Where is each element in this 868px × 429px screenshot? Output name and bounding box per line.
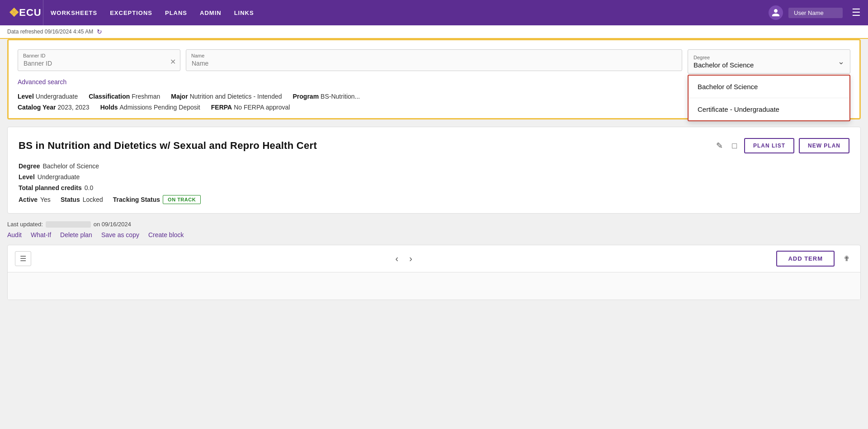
ferpa-row: FERPA No FERPA approval bbox=[211, 104, 290, 111]
tracking-status-badge: ON TRACK bbox=[163, 195, 201, 204]
plan-credits-value: 0.0 bbox=[85, 184, 93, 191]
classification-value: Freshman bbox=[132, 93, 160, 100]
plan-degree-row: Degree Bachelor of Science bbox=[19, 162, 849, 170]
major-row: Major Nutrition and Dietetics - Intended bbox=[171, 93, 282, 100]
table-hamburger-button[interactable]: ☰ bbox=[15, 251, 31, 266]
holds-value: Admissions Pending Deposit bbox=[120, 104, 200, 111]
last-updated-name bbox=[46, 221, 91, 228]
save-as-copy-link[interactable]: Save as copy bbox=[101, 231, 139, 238]
nav-bar: ❖ ECU WORKSHEETS EXCEPTIONS PLANS ADMIN … bbox=[0, 0, 868, 25]
plan-active-value: Yes bbox=[40, 196, 51, 203]
expand-table-button[interactable]: ✟ bbox=[840, 253, 853, 265]
plan-title: BS in Nutrition and Dietetics w/ Sexual … bbox=[19, 140, 709, 152]
bottom-section: Last updated: on 09/16/2024 Audit What-I… bbox=[7, 221, 861, 300]
catalog-year-value: 2023, 2023 bbox=[58, 104, 90, 111]
nav-item-exceptions[interactable]: EXCEPTIONS bbox=[110, 8, 152, 18]
last-updated: Last updated: on 09/16/2024 bbox=[7, 221, 861, 228]
plan-card: BS in Nutrition and Dietetics w/ Sexual … bbox=[7, 127, 861, 214]
catalog-year-label: Catalog Year bbox=[18, 104, 56, 111]
table-next-button[interactable]: › bbox=[405, 252, 417, 266]
major-label: Major bbox=[171, 93, 188, 100]
catalog-year-row: Catalog Year 2023, 2023 bbox=[18, 104, 90, 111]
hamburger-menu-icon[interactable]: ☰ bbox=[852, 7, 861, 19]
table-nav-btns: ‹ › bbox=[37, 252, 771, 266]
program-label: Program bbox=[293, 93, 319, 100]
plan-degree-label: Degree bbox=[19, 162, 40, 170]
plan-credits-label: Total planned credits bbox=[19, 184, 82, 191]
data-refresh-bar: Data refreshed 09/16/2024 4:45 AM ↻ bbox=[0, 25, 868, 39]
degree-select-value: Bachelor of Science bbox=[693, 61, 832, 69]
nav-items: WORKSHEETS EXCEPTIONS PLANS ADMIN LINKS bbox=[51, 8, 769, 18]
edit-plan-icon[interactable]: ✎ bbox=[714, 139, 725, 153]
level-label: Level bbox=[18, 93, 34, 100]
plan-details: Degree Bachelor of Science Level Undergr… bbox=[19, 162, 849, 204]
banner-id-input[interactable] bbox=[18, 49, 180, 71]
refresh-icon[interactable]: ↻ bbox=[97, 28, 102, 35]
data-refresh-text: Data refreshed 09/16/2024 4:45 AM bbox=[7, 29, 93, 35]
ferpa-value: No FERPA approval bbox=[234, 104, 290, 111]
plan-status-label: Status bbox=[61, 196, 80, 203]
major-value: Nutrition and Dietetics - Intended bbox=[190, 93, 282, 100]
plan-level-value: Undergraduate bbox=[38, 173, 80, 181]
last-updated-date: on 09/16/2024 bbox=[94, 221, 131, 228]
program-row: Program BS-Nutrition... bbox=[293, 93, 360, 100]
plan-level-label: Level bbox=[19, 173, 35, 181]
banner-id-group: Banner ID ✕ bbox=[18, 49, 180, 74]
plan-active-label: Active bbox=[19, 196, 38, 203]
nav-item-plans[interactable]: PLANS bbox=[165, 8, 187, 18]
holds-row: Holds Admissions Pending Deposit bbox=[100, 104, 200, 111]
user-avatar[interactable] bbox=[769, 5, 783, 20]
holds-label: Holds bbox=[100, 104, 118, 111]
advanced-search-link[interactable]: Advanced search bbox=[18, 78, 66, 86]
plan-action-btns: PLAN LIST NEW PLAN bbox=[744, 138, 849, 153]
plan-header: BS in Nutrition and Dietetics w/ Sexual … bbox=[19, 138, 849, 153]
plan-status-row: Active Yes Status Locked Tracking Status… bbox=[19, 195, 849, 204]
clear-banner-id-button[interactable]: ✕ bbox=[170, 57, 176, 66]
degree-dropdown-menu: Bachelor of Science Certificate - Underg… bbox=[688, 75, 850, 121]
bottom-links: Audit What-If Delete plan Save as copy C… bbox=[7, 231, 861, 238]
ferpa-label: FERPA bbox=[211, 104, 232, 111]
delete-plan-link[interactable]: Delete plan bbox=[60, 231, 92, 238]
last-updated-label: Last updated: bbox=[7, 221, 43, 228]
degree-option-cert[interactable]: Certificate - Undergraduate bbox=[689, 98, 849, 120]
plan-credits-row: Total planned credits 0.0 bbox=[19, 184, 849, 191]
name-group: Name bbox=[186, 49, 682, 74]
tracking-status-label: Tracking Status bbox=[113, 196, 160, 203]
logo: ❖ ECU bbox=[7, 0, 43, 25]
plan-table-header: ☰ ‹ › ADD TERM ✟ bbox=[8, 245, 860, 272]
program-value: BS-Nutrition... bbox=[321, 93, 360, 100]
plan-list-button[interactable]: PLAN LIST bbox=[744, 138, 794, 153]
audit-link[interactable]: Audit bbox=[7, 231, 22, 238]
create-block-link[interactable]: Create block bbox=[148, 231, 184, 238]
plan-level-row: Level Undergraduate bbox=[19, 173, 849, 181]
degree-select-label: Degree bbox=[693, 55, 832, 60]
nav-item-admin[interactable]: ADMIN bbox=[200, 8, 222, 18]
search-card: Banner ID ✕ Name Degree Bachelor of Scie… bbox=[7, 39, 861, 119]
add-term-button[interactable]: ADD TERM bbox=[776, 251, 835, 267]
plan-status-value: Locked bbox=[83, 196, 103, 203]
level-row: Level Undergraduate bbox=[18, 93, 78, 100]
table-prev-button[interactable]: ‹ bbox=[391, 252, 403, 266]
main-content: Banner ID ✕ Name Degree Bachelor of Scie… bbox=[0, 39, 868, 307]
degree-select[interactable]: Degree Bachelor of Science ⌄ bbox=[688, 49, 850, 74]
degree-option-bs[interactable]: Bachelor of Science bbox=[689, 76, 849, 98]
plan-degree-value: Bachelor of Science bbox=[42, 162, 99, 170]
degree-chevron-up-icon: ⌄ bbox=[838, 57, 844, 67]
level-value: Undergraduate bbox=[36, 93, 78, 100]
classification-row: Classification Freshman bbox=[89, 93, 160, 100]
nav-item-links[interactable]: LINKS bbox=[234, 8, 254, 18]
plan-table-card: ☰ ‹ › ADD TERM ✟ bbox=[7, 245, 861, 300]
copy-plan-icon[interactable]: □ bbox=[730, 139, 739, 153]
nav-right: User Name ☰ bbox=[769, 5, 861, 20]
plan-table-body bbox=[8, 272, 860, 300]
new-plan-button[interactable]: NEW PLAN bbox=[799, 138, 849, 153]
search-fields: Banner ID ✕ Name Degree Bachelor of Scie… bbox=[18, 49, 850, 74]
nav-item-worksheets[interactable]: WORKSHEETS bbox=[51, 8, 97, 18]
degree-field-wrap: Degree Bachelor of Science ⌄ Bachelor of… bbox=[688, 49, 850, 74]
username-label: User Name bbox=[788, 8, 843, 18]
what-if-link[interactable]: What-If bbox=[31, 231, 51, 238]
name-input[interactable] bbox=[186, 49, 682, 71]
classification-label: Classification bbox=[89, 93, 130, 100]
